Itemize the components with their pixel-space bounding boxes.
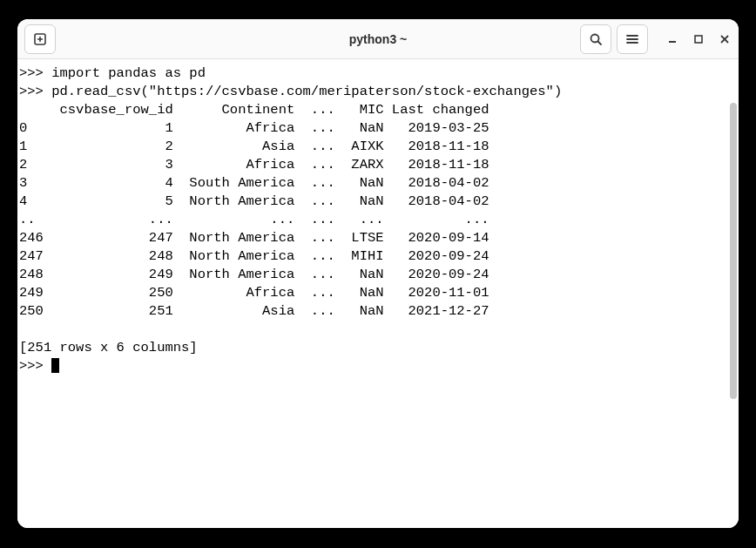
- titlebar-right: [580, 24, 732, 54]
- window-controls: [665, 32, 732, 46]
- new-tab-button[interactable]: [24, 24, 56, 54]
- terminal-line: >>> import pandas as pd: [19, 65, 206, 81]
- maximize-button[interactable]: [692, 32, 705, 46]
- terminal-line: [251 rows x 6 columns]: [19, 340, 198, 355]
- titlebar-left: [24, 24, 56, 54]
- hamburger-icon: [624, 31, 640, 47]
- terminal-line: 0 1 Africa ... NaN 2019-03-25: [19, 120, 489, 136]
- search-icon: [588, 31, 604, 47]
- minimize-button[interactable]: [665, 32, 679, 46]
- terminal-line: 2 3 Africa ... ZARX 2018-11-18: [19, 157, 489, 173]
- svg-line-4: [598, 41, 602, 44]
- cursor: [51, 358, 59, 373]
- search-button[interactable]: [580, 24, 611, 54]
- terminal-line: 246 247 North America ... LTSE 2020-09-1…: [19, 230, 489, 246]
- maximize-icon: [694, 35, 703, 44]
- terminal-line: 249 250 Africa ... NaN 2020-11-01: [19, 285, 489, 301]
- close-icon: [720, 35, 729, 44]
- terminal-line: csvbase_row_id Continent ... MIC Last ch…: [19, 102, 489, 118]
- terminal-line: 4 5 North America ... NaN 2018-04-02: [19, 193, 489, 209]
- terminal-line: 247 248 North America ... MIHI 2020-09-2…: [19, 248, 489, 264]
- terminal-output[interactable]: >>> import pandas as pd >>> pd.read_csv(…: [17, 59, 739, 528]
- titlebar: python3 ~: [17, 19, 739, 59]
- terminal-line: .. ... ... ... ... ...: [19, 212, 489, 227]
- scrollbar[interactable]: [730, 103, 737, 399]
- terminal-line: 248 249 North America ... NaN 2020-09-24: [19, 267, 489, 282]
- svg-rect-9: [695, 36, 702, 43]
- terminal-line: 250 251 Asia ... NaN 2021-12-27: [19, 303, 489, 319]
- close-button[interactable]: [718, 32, 732, 46]
- terminal-line: 3 4 South America ... NaN 2018-04-02: [19, 175, 489, 191]
- terminal-line: 1 2 Asia ... AIXK 2018-11-18: [19, 139, 489, 154]
- window-title: python3 ~: [349, 32, 408, 46]
- terminal-window: python3 ~: [17, 19, 739, 528]
- terminal-line: >>> pd.read_csv("https://csvbase.com/mer…: [19, 84, 562, 99]
- new-tab-icon: [32, 31, 48, 47]
- menu-button[interactable]: [617, 24, 648, 54]
- prompt: >>>: [19, 358, 51, 374]
- minimize-icon: [668, 35, 677, 44]
